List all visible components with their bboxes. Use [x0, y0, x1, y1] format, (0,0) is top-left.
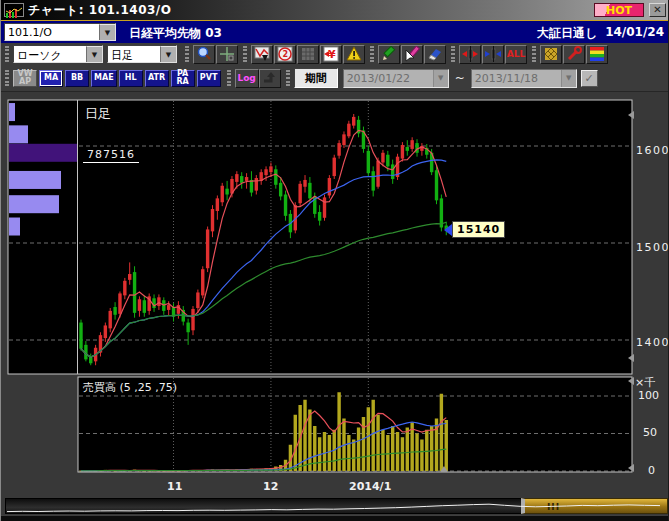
volume-unit-label: ×千: [635, 375, 655, 390]
navigator-selection[interactable]: III: [521, 498, 668, 514]
symbol-select[interactable]: 101.1/O ▼: [4, 23, 116, 41]
period-toggle-button[interactable]: 期間: [294, 68, 338, 88]
chart-window: チャート: 101.1403/O HOT ✕ 101.1/O ▼ 日経平均先物 …: [0, 0, 669, 521]
app-chart-icon: [4, 3, 24, 17]
svg-text:2: 2: [283, 50, 289, 59]
window-bottom-edge: [1, 515, 669, 521]
price-arrow-icon: [444, 224, 452, 236]
volume-pane-title: 売買高 (5 ,25 ,75): [83, 380, 177, 395]
chart-type-value: ローソク: [14, 46, 86, 62]
window-title: チャート: 101.1403/O: [28, 2, 171, 19]
toolbar-grip[interactable]: [370, 46, 374, 62]
settings-gold-icon[interactable]: [540, 45, 562, 64]
indicator-hl-button[interactable]: HL: [119, 70, 143, 87]
grid-icon[interactable]: [297, 45, 319, 64]
zoom-icon[interactable]: [193, 45, 215, 64]
timeframe-value: 日足: [108, 46, 160, 62]
quote-bar: 101.1/O ▼ 日経平均先物 03 大証日通し 14/01/24: [1, 20, 669, 43]
indicator-para-button[interactable]: PA RA: [171, 70, 195, 87]
svg-text:¥: ¥: [328, 48, 336, 61]
bar-expand-icon[interactable]: [459, 45, 481, 64]
date-from-select[interactable]: 2013/01/22 ▼: [343, 69, 449, 88]
pen-select-icon[interactable]: [401, 45, 423, 64]
toolbar-grip[interactable]: [243, 46, 247, 62]
x-axis-tick: 12: [263, 480, 278, 493]
date-to-select[interactable]: 2013/11/18 ▼: [471, 69, 577, 88]
y-axis-tick: 16000: [636, 144, 669, 157]
yen-scale-icon[interactable]: ¥: [320, 45, 342, 64]
y-axis-tick: 15000: [636, 241, 669, 254]
date-from-value: 2013/01/22: [344, 70, 433, 87]
chevron-down-icon[interactable]: ▼: [433, 70, 448, 87]
volume-tick: 0: [648, 464, 655, 477]
last-price-marker: 15140: [444, 221, 505, 238]
y-axis-tick: 14000: [636, 336, 669, 349]
toolbar-grip[interactable]: [5, 70, 9, 86]
hot-button[interactable]: HOT: [594, 3, 644, 17]
crosshair-icon[interactable]: [216, 45, 238, 64]
toolbar-grip[interactable]: [451, 46, 455, 62]
toolbar-grip[interactable]: [227, 70, 231, 86]
compare-2-icon[interactable]: 2: [274, 45, 296, 64]
toolbar-main: ローソク ▼ 日足 ▼ 2 ¥: [1, 43, 669, 65]
title-bar[interactable]: チャート: 101.1403/O HOT ✕: [1, 0, 669, 20]
chevron-down-icon[interactable]: ▼: [160, 46, 176, 62]
compare-arrow-icon[interactable]: [259, 69, 281, 88]
last-price-value: 15140: [452, 221, 505, 238]
toolbar-indicators: VW AP MA BB MAE HL ATR PA RA PVT Log 期間 …: [1, 65, 669, 92]
indicator-mae-button[interactable]: MAE: [91, 70, 117, 87]
toolbar-grip[interactable]: [532, 46, 536, 62]
pane-label: 日足: [85, 105, 111, 123]
toolbar-grip[interactable]: [286, 70, 290, 86]
pencil-icon[interactable]: [378, 45, 400, 64]
chevron-down-icon[interactable]: ▼: [561, 70, 576, 87]
timeframe-select[interactable]: 日足 ▼: [107, 45, 177, 63]
volume-tick: 50: [643, 426, 657, 439]
x-axis-tick: 11: [167, 480, 182, 493]
show-all-button[interactable]: ALL: [505, 45, 527, 64]
toolbar-grip[interactable]: [5, 46, 9, 62]
log-scale-button[interactable]: Log: [235, 69, 259, 88]
symbol-value: 101.1/O: [5, 24, 99, 40]
tools-red-icon[interactable]: [563, 45, 585, 64]
close-icon[interactable]: ✕: [649, 3, 666, 17]
chart-type-select[interactable]: ローソク ▼: [13, 45, 103, 63]
indicator-bb-button[interactable]: BB: [65, 70, 89, 87]
date-to-value: 2013/11/18: [472, 70, 561, 87]
indicator-pvt-button[interactable]: PVT: [197, 70, 221, 87]
chart-export-icon[interactable]: [251, 45, 273, 64]
navigator-scrollbar[interactable]: III: [5, 498, 666, 514]
date-range-tilde: ~: [455, 71, 465, 85]
chevron-down-icon[interactable]: ▼: [99, 24, 115, 40]
open-interest-label: 787516: [83, 148, 139, 163]
chevron-down-icon[interactable]: ▼: [86, 46, 102, 62]
volume-tick: 100: [638, 389, 659, 402]
session-label: 大証日通し: [537, 25, 597, 42]
apply-check-icon[interactable]: ✓: [581, 70, 598, 87]
rainbow-colors-icon[interactable]: [586, 45, 608, 64]
toolbar-grip[interactable]: [185, 46, 189, 62]
bar-shrink-icon[interactable]: [482, 45, 504, 64]
eraser-icon[interactable]: [424, 45, 446, 64]
alert-icon[interactable]: [343, 45, 365, 64]
indicator-atr-button[interactable]: ATR: [145, 70, 169, 87]
quote-date: 14/01/24: [605, 25, 664, 39]
instrument-name: 日経平均先物 03: [129, 25, 222, 42]
indicator-ma-button[interactable]: MA: [39, 70, 63, 87]
indicator-vwap-button[interactable]: VW AP: [13, 70, 37, 87]
chart-region: 日足 787516 16000 15000 14000 売買高 (5 ,25 ,…: [1, 92, 669, 515]
x-axis-tick: 2014/1: [349, 480, 391, 493]
